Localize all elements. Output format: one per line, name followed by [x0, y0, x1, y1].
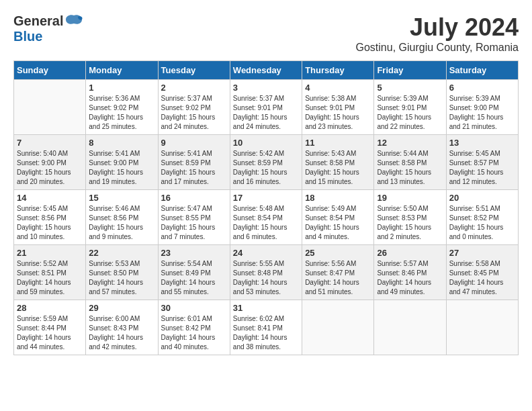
calendar-cell: 26Sunrise: 5:57 AM Sunset: 8:46 PM Dayli…: [374, 245, 446, 300]
calendar: SundayMondayTuesdayWednesdayThursdayFrid…: [13, 60, 519, 355]
day-number: 21: [17, 248, 83, 258]
calendar-cell: 7Sunrise: 5:40 AM Sunset: 9:00 PM Daylig…: [14, 135, 86, 190]
day-number: 1: [89, 83, 154, 93]
day-number: 2: [161, 83, 227, 93]
calendar-cell: 20Sunrise: 5:51 AM Sunset: 8:52 PM Dayli…: [446, 190, 518, 245]
calendar-cell: 14Sunrise: 5:45 AM Sunset: 8:56 PM Dayli…: [14, 190, 86, 245]
calendar-week-row: 14Sunrise: 5:45 AM Sunset: 8:56 PM Dayli…: [14, 190, 519, 245]
calendar-cell: 30Sunrise: 6:01 AM Sunset: 8:42 PM Dayli…: [158, 300, 230, 355]
day-info: Sunrise: 5:42 AM Sunset: 8:59 PM Dayligh…: [233, 149, 299, 187]
day-info: Sunrise: 5:37 AM Sunset: 9:01 PM Dayligh…: [233, 94, 299, 132]
calendar-cell: 28Sunrise: 5:59 AM Sunset: 8:44 PM Dayli…: [14, 300, 86, 355]
calendar-cell: 13Sunrise: 5:45 AM Sunset: 8:57 PM Dayli…: [446, 135, 518, 190]
calendar-week-row: 7Sunrise: 5:40 AM Sunset: 9:00 PM Daylig…: [14, 135, 519, 190]
day-info: Sunrise: 5:59 AM Sunset: 8:44 PM Dayligh…: [17, 314, 83, 352]
calendar-cell: 29Sunrise: 6:00 AM Sunset: 8:43 PM Dayli…: [86, 300, 158, 355]
calendar-cell: [446, 300, 518, 355]
weekday-header-friday: Friday: [374, 61, 446, 80]
calendar-cell: 1Sunrise: 5:36 AM Sunset: 9:02 PM Daylig…: [86, 80, 158, 135]
day-number: 31: [233, 303, 299, 313]
day-number: 3: [233, 83, 299, 93]
calendar-cell: 10Sunrise: 5:42 AM Sunset: 8:59 PM Dayli…: [230, 135, 302, 190]
calendar-cell: 27Sunrise: 5:58 AM Sunset: 8:45 PM Dayli…: [446, 245, 518, 300]
weekday-header-row: SundayMondayTuesdayWednesdayThursdayFrid…: [14, 61, 519, 80]
calendar-cell: 8Sunrise: 5:41 AM Sunset: 9:00 PM Daylig…: [86, 135, 158, 190]
month-title: July 2024: [356, 13, 519, 42]
day-number: 7: [17, 138, 83, 148]
day-number: 18: [305, 193, 371, 203]
day-number: 9: [161, 138, 227, 148]
day-number: 23: [161, 248, 227, 258]
day-info: Sunrise: 5:38 AM Sunset: 9:01 PM Dayligh…: [305, 94, 371, 132]
day-number: 4: [305, 83, 371, 93]
header: General Blue July 2024 Gostinu, Giurgiu …: [13, 13, 519, 54]
day-number: 22: [89, 248, 154, 258]
day-number: 15: [89, 193, 154, 203]
calendar-cell: 19Sunrise: 5:50 AM Sunset: 8:53 PM Dayli…: [374, 190, 446, 245]
calendar-cell: 12Sunrise: 5:44 AM Sunset: 8:58 PM Dayli…: [374, 135, 446, 190]
day-info: Sunrise: 5:56 AM Sunset: 8:47 PM Dayligh…: [305, 259, 371, 297]
day-info: Sunrise: 6:01 AM Sunset: 8:42 PM Dayligh…: [161, 314, 227, 352]
day-number: 11: [305, 138, 371, 148]
day-number: 24: [233, 248, 299, 258]
day-info: Sunrise: 5:52 AM Sunset: 8:51 PM Dayligh…: [17, 259, 83, 297]
day-info: Sunrise: 5:48 AM Sunset: 8:54 PM Dayligh…: [233, 204, 299, 242]
day-info: Sunrise: 5:41 AM Sunset: 9:00 PM Dayligh…: [89, 149, 154, 187]
calendar-cell: 3Sunrise: 5:37 AM Sunset: 9:01 PM Daylig…: [230, 80, 302, 135]
day-info: Sunrise: 5:55 AM Sunset: 8:48 PM Dayligh…: [233, 259, 299, 297]
calendar-cell: 21Sunrise: 5:52 AM Sunset: 8:51 PM Dayli…: [14, 245, 86, 300]
day-info: Sunrise: 5:37 AM Sunset: 9:02 PM Dayligh…: [161, 94, 227, 132]
day-number: 29: [89, 303, 154, 313]
day-number: 28: [17, 303, 83, 313]
weekday-header-tuesday: Tuesday: [158, 61, 230, 80]
calendar-cell: 24Sunrise: 5:55 AM Sunset: 8:48 PM Dayli…: [230, 245, 302, 300]
day-number: 19: [377, 193, 443, 203]
logo: General Blue: [13, 13, 83, 44]
calendar-cell: [302, 300, 374, 355]
weekday-header-sunday: Sunday: [14, 61, 86, 80]
day-number: 6: [449, 83, 515, 93]
calendar-cell: 16Sunrise: 5:47 AM Sunset: 8:55 PM Dayli…: [158, 190, 230, 245]
calendar-cell: 9Sunrise: 5:41 AM Sunset: 8:59 PM Daylig…: [158, 135, 230, 190]
weekday-header-thursday: Thursday: [302, 61, 374, 80]
day-info: Sunrise: 5:46 AM Sunset: 8:56 PM Dayligh…: [89, 204, 154, 242]
calendar-cell: [374, 300, 446, 355]
day-number: 16: [161, 193, 227, 203]
day-info: Sunrise: 5:47 AM Sunset: 8:55 PM Dayligh…: [161, 204, 227, 242]
calendar-cell: 31Sunrise: 6:02 AM Sunset: 8:41 PM Dayli…: [230, 300, 302, 355]
calendar-cell: 17Sunrise: 5:48 AM Sunset: 8:54 PM Dayli…: [230, 190, 302, 245]
day-number: 14: [17, 193, 83, 203]
calendar-week-row: 1Sunrise: 5:36 AM Sunset: 9:02 PM Daylig…: [14, 80, 519, 135]
day-number: 20: [449, 193, 515, 203]
calendar-cell: 5Sunrise: 5:39 AM Sunset: 9:01 PM Daylig…: [374, 80, 446, 135]
day-info: Sunrise: 5:39 AM Sunset: 9:01 PM Dayligh…: [377, 94, 443, 132]
logo-bird-icon: [64, 14, 83, 29]
calendar-cell: 22Sunrise: 5:53 AM Sunset: 8:50 PM Dayli…: [86, 245, 158, 300]
title-area: July 2024 Gostinu, Giurgiu County, Roman…: [356, 13, 519, 54]
calendar-week-row: 21Sunrise: 5:52 AM Sunset: 8:51 PM Dayli…: [14, 245, 519, 300]
day-number: 26: [377, 248, 443, 258]
calendar-cell: 25Sunrise: 5:56 AM Sunset: 8:47 PM Dayli…: [302, 245, 374, 300]
day-info: Sunrise: 5:39 AM Sunset: 9:00 PM Dayligh…: [449, 94, 515, 132]
day-info: Sunrise: 6:00 AM Sunset: 8:43 PM Dayligh…: [89, 314, 154, 352]
day-info: Sunrise: 5:51 AM Sunset: 8:52 PM Dayligh…: [449, 204, 515, 242]
day-info: Sunrise: 5:57 AM Sunset: 8:46 PM Dayligh…: [377, 259, 443, 297]
location-title: Gostinu, Giurgiu County, Romania: [356, 42, 519, 54]
day-number: 17: [233, 193, 299, 203]
calendar-cell: 6Sunrise: 5:39 AM Sunset: 9:00 PM Daylig…: [446, 80, 518, 135]
day-info: Sunrise: 5:49 AM Sunset: 8:54 PM Dayligh…: [305, 204, 371, 242]
weekday-header-wednesday: Wednesday: [230, 61, 302, 80]
day-info: Sunrise: 5:44 AM Sunset: 8:58 PM Dayligh…: [377, 149, 443, 187]
calendar-cell: 18Sunrise: 5:49 AM Sunset: 8:54 PM Dayli…: [302, 190, 374, 245]
weekday-header-saturday: Saturday: [446, 61, 518, 80]
day-number: 10: [233, 138, 299, 148]
day-info: Sunrise: 5:41 AM Sunset: 8:59 PM Dayligh…: [161, 149, 227, 187]
day-number: 5: [377, 83, 443, 93]
day-number: 30: [161, 303, 227, 313]
calendar-cell: 15Sunrise: 5:46 AM Sunset: 8:56 PM Dayli…: [86, 190, 158, 245]
day-number: 8: [89, 138, 154, 148]
weekday-header-monday: Monday: [86, 61, 158, 80]
day-info: Sunrise: 5:50 AM Sunset: 8:53 PM Dayligh…: [377, 204, 443, 242]
day-info: Sunrise: 6:02 AM Sunset: 8:41 PM Dayligh…: [233, 314, 299, 352]
logo-general-text: General: [13, 13, 63, 29]
